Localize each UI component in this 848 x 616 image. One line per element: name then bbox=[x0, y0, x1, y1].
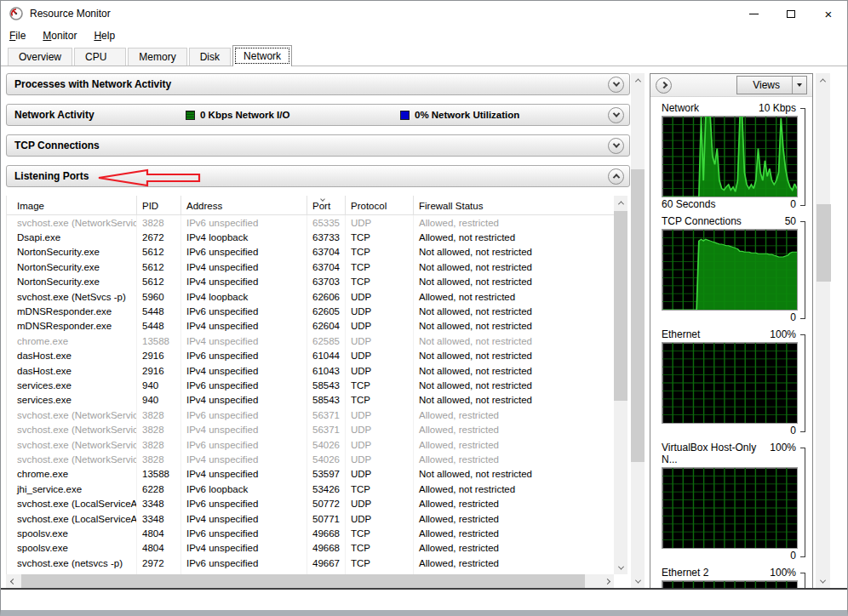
table-row[interactable]: dasHost.exe 2916 IPv4 unspecified 61043 … bbox=[7, 363, 614, 378]
network-utilization-swatch bbox=[400, 111, 410, 120]
column-header-port[interactable]: Port bbox=[307, 196, 346, 214]
table-row[interactable]: NortonSecurity.exe 5612 IPv4 unspecified… bbox=[7, 275, 614, 289]
table-row[interactable]: services.exe 940 IPv6 unspecified 58543 … bbox=[7, 378, 614, 392]
cell-firewall: Allowed, restricted bbox=[414, 452, 614, 466]
scroll-track[interactable] bbox=[816, 87, 830, 574]
scroll-up-button[interactable] bbox=[816, 73, 830, 87]
scroll-down-button[interactable] bbox=[614, 561, 627, 574]
section-title: Listening Ports bbox=[14, 170, 89, 182]
cell-firewall: Not allowed, not restricted bbox=[414, 393, 614, 408]
pane-vertical-scrollbar[interactable] bbox=[631, 73, 645, 588]
cell-protocol: TCP bbox=[346, 378, 414, 392]
sidebar-vertical-scrollbar[interactable] bbox=[816, 73, 830, 588]
cell-pid: 940 bbox=[137, 393, 181, 408]
scroll-left-button[interactable] bbox=[6, 574, 20, 588]
maximize-button[interactable] bbox=[772, 1, 810, 26]
cell-firewall: Not allowed, not restricted bbox=[414, 467, 614, 482]
graph-title: Network bbox=[662, 102, 699, 114]
tab-cpu[interactable]: CPU bbox=[74, 48, 126, 66]
scroll-thumb[interactable] bbox=[614, 211, 627, 401]
scroll-track[interactable] bbox=[614, 209, 627, 561]
menu-monitor[interactable]: Monitor bbox=[43, 30, 77, 42]
table-row[interactable]: dasHost.exe 2916 IPv6 unspecified 61044 … bbox=[7, 349, 614, 363]
section-tcp-connections[interactable]: TCP Connections bbox=[6, 134, 630, 157]
cell-address: IPv6 unspecified bbox=[181, 304, 307, 318]
scroll-down-button[interactable] bbox=[631, 574, 645, 588]
table-row[interactable]: chrome.exe 13588 IPv4 unspecified 62585 … bbox=[7, 334, 614, 348]
cell-port: 61043 bbox=[307, 363, 346, 378]
scroll-track[interactable] bbox=[631, 87, 645, 574]
table-row[interactable]: svchost.exe (NetworkServic... 3828 IPv6 … bbox=[7, 437, 614, 452]
cell-port: 63733 bbox=[307, 230, 346, 244]
tab-overview[interactable]: Overview bbox=[8, 48, 72, 66]
collapse-button[interactable] bbox=[608, 168, 624, 185]
scroll-right-button[interactable] bbox=[600, 574, 614, 588]
cell-address: IPv6 unspecified bbox=[181, 437, 307, 452]
column-header-protocol[interactable]: Protocol bbox=[346, 196, 414, 214]
chevron-up-icon bbox=[612, 174, 619, 180]
cell-port: 49668 bbox=[307, 541, 346, 556]
chevron-right-icon bbox=[604, 578, 610, 584]
table-row[interactable]: svchost.exe (NetSvcs -p) 5960 IPv4 loopb… bbox=[7, 289, 614, 304]
table-row[interactable]: svchost.exe (LocalServiceAn... 3348 IPv6… bbox=[7, 496, 614, 510]
collapse-sidebar-button[interactable] bbox=[656, 77, 672, 94]
table-row[interactable]: services.exe 940 IPv4 unspecified 58543 … bbox=[7, 393, 614, 408]
cell-protocol: UDP bbox=[346, 319, 414, 334]
table-horizontal-scrollbar[interactable] bbox=[6, 574, 614, 588]
cell-protocol: TCP bbox=[346, 393, 414, 408]
graph-scale-top: 100% bbox=[770, 567, 796, 579]
scroll-up-button[interactable] bbox=[631, 73, 645, 87]
cell-pid: 2672 bbox=[137, 230, 181, 244]
expand-button[interactable] bbox=[608, 77, 624, 93]
column-header-firewall-status[interactable]: Firewall Status bbox=[414, 196, 614, 214]
table-row[interactable]: Dsapi.exe 2672 IPv4 loopback 63733 TCP A… bbox=[7, 230, 614, 244]
scroll-down-button[interactable] bbox=[816, 574, 830, 588]
cell-pid: 5448 bbox=[137, 319, 181, 334]
table-row[interactable]: spoolsv.exe 4804 IPv4 unspecified 49668 … bbox=[7, 541, 614, 556]
table-row[interactable]: mDNSResponder.exe 5448 IPv6 unspecified … bbox=[7, 304, 614, 318]
section-listening-ports[interactable]: Listening Ports bbox=[6, 165, 630, 187]
chevron-up-icon bbox=[820, 78, 826, 84]
table-row[interactable]: svchost.exe (NetworkServic... 3828 IPv4 … bbox=[7, 422, 614, 436]
menu-help[interactable]: Help bbox=[94, 30, 115, 42]
table-row[interactable]: mDNSResponder.exe 5448 IPv4 unspecified … bbox=[7, 319, 614, 334]
section-network-activity[interactable]: Network Activity 0 Kbps Network I/O 0% N… bbox=[6, 104, 630, 126]
column-header-image[interactable]: Image bbox=[7, 196, 137, 214]
minimize-button[interactable] bbox=[735, 1, 772, 26]
table-row[interactable]: NortonSecurity.exe 5612 IPv6 unspecified… bbox=[7, 245, 614, 260]
graph-scale-top: 100% bbox=[770, 328, 796, 340]
tab-disk[interactable]: Disk bbox=[189, 48, 231, 66]
section-processes-with-network-activity[interactable]: Processes with Network Activity bbox=[6, 73, 630, 95]
tab-memory[interactable]: Memory bbox=[128, 48, 186, 66]
scroll-thumb[interactable] bbox=[21, 574, 585, 588]
table-row[interactable]: chrome.exe 13588 IPv4 unspecified 53597 … bbox=[7, 467, 614, 482]
table-row[interactable]: svchost.exe (NetworkServic... 3828 IPv4 … bbox=[7, 452, 614, 466]
table-row[interactable]: svchost.exe (NetworkServic... 3828 IPv6 … bbox=[7, 408, 614, 422]
table-vertical-scrollbar[interactable] bbox=[614, 196, 627, 574]
table-row[interactable]: svchost.exe (LocalServiceAn... 3348 IPv4… bbox=[7, 511, 614, 526]
scroll-thumb[interactable] bbox=[631, 169, 645, 462]
cell-firewall: Allowed, restricted bbox=[414, 437, 614, 452]
views-button[interactable]: Views bbox=[736, 76, 807, 94]
scroll-thumb[interactable] bbox=[816, 204, 831, 282]
column-header-address[interactable]: Address bbox=[181, 196, 307, 214]
views-dropdown-button[interactable] bbox=[792, 77, 806, 94]
expand-button[interactable] bbox=[608, 138, 624, 154]
table-row[interactable]: svchost.exe (NetworkServic... 3828 IPv6 … bbox=[7, 215, 614, 230]
scroll-track[interactable] bbox=[20, 574, 600, 588]
column-header-pid[interactable]: PID bbox=[137, 196, 181, 214]
cell-image: services.exe bbox=[7, 378, 137, 392]
cell-pid: 5612 bbox=[137, 260, 181, 274]
table-row[interactable]: jhi_service.exe 6228 IPv6 loopback 53426… bbox=[7, 482, 614, 496]
menu-file[interactable]: File bbox=[9, 30, 26, 42]
cell-image: svchost.exe (LocalServiceAn... bbox=[7, 496, 137, 510]
close-button[interactable]: × bbox=[810, 1, 847, 26]
expand-button[interactable] bbox=[608, 107, 624, 123]
table-row[interactable]: svchost.exe (netsvcs -p) 2972 IPv6 unspe… bbox=[7, 556, 614, 570]
table-row[interactable]: NortonSecurity.exe 5612 IPv4 unspecified… bbox=[7, 260, 614, 274]
maximize-icon bbox=[787, 10, 795, 18]
cell-protocol: UDP bbox=[346, 496, 414, 510]
scroll-up-button[interactable] bbox=[614, 196, 627, 209]
table-row[interactable]: spoolsv.exe 4804 IPv6 unspecified 49668 … bbox=[7, 526, 614, 540]
tab-network[interactable]: Network bbox=[232, 45, 292, 66]
